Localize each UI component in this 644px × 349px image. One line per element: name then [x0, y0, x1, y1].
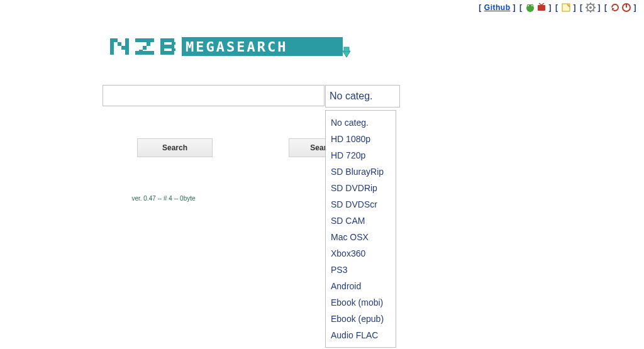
svg-line-18	[593, 4, 594, 5]
gear-icon[interactable]	[586, 3, 596, 13]
category-option[interactable]: Audio FLAC	[326, 327, 396, 343]
svg-line-19	[587, 10, 588, 11]
svg-rect-29	[143, 46, 147, 50]
github-link[interactable]: Github	[484, 3, 511, 12]
category-option[interactable]: SD CAM	[326, 213, 396, 229]
svg-rect-34	[172, 42, 175, 45]
version-text: ver. 0.47 -- # 4 -- 0byte	[131, 195, 195, 202]
svg-rect-32	[160, 38, 164, 55]
svg-rect-26	[125, 38, 129, 55]
power-icon[interactable]	[621, 3, 631, 13]
top-toolbar: [ Github ] [ ] [ ] [ ] [ ]	[477, 3, 638, 13]
category-option[interactable]: Mac OSX	[326, 229, 396, 245]
category-option[interactable]: Ebook (mobi)	[326, 294, 396, 311]
svg-rect-37	[164, 51, 174, 55]
svg-rect-35	[164, 45, 174, 48]
site-logo: MEGASEARCH	[110, 35, 362, 62]
svg-line-6	[539, 3, 541, 5]
svg-rect-5	[538, 5, 545, 11]
category-option[interactable]: Ebook (epub)	[326, 311, 396, 327]
frog-icon[interactable]	[525, 3, 535, 13]
search-button[interactable]: Search	[137, 138, 213, 157]
category-select[interactable]: No categ.	[325, 85, 400, 108]
refresh-icon[interactable]	[610, 3, 620, 13]
svg-line-7	[541, 3, 544, 5]
category-selected-label: No categ.	[330, 91, 372, 102]
svg-rect-28	[147, 42, 150, 46]
category-option[interactable]: SD DVDScr	[326, 196, 396, 213]
svg-rect-22	[110, 38, 114, 55]
note-icon[interactable]	[561, 3, 571, 13]
svg-rect-31	[135, 51, 154, 55]
category-option[interactable]: SD DVDRip	[326, 180, 396, 196]
category-option[interactable]: HD 720p	[326, 147, 396, 163]
svg-rect-23	[114, 38, 118, 42]
category-option[interactable]: Xbox360	[326, 245, 396, 262]
category-option[interactable]: Android	[326, 278, 396, 294]
svg-line-16	[587, 4, 588, 5]
svg-line-17	[593, 10, 594, 11]
svg-rect-24	[118, 42, 121, 46]
category-dropdown: No categ.HD 1080pHD 720pSD BlurayRipSD D…	[325, 110, 396, 348]
svg-rect-36	[172, 48, 175, 51]
svg-text:MEGASEARCH: MEGASEARCH	[186, 39, 287, 55]
svg-rect-33	[164, 38, 174, 42]
category-option[interactable]: No categ.	[326, 114, 396, 131]
category-option[interactable]: SD BlurayRip	[326, 163, 396, 180]
category-option[interactable]: HD 1080p	[326, 131, 396, 147]
category-option[interactable]: PS3	[326, 262, 396, 278]
tv-icon[interactable]	[536, 3, 547, 13]
svg-point-3	[528, 5, 529, 6]
svg-rect-40	[344, 47, 349, 52]
search-input[interactable]	[103, 85, 325, 106]
version-footer: ver. 0.47 -- # 4 -- 0byte	[0, 195, 327, 202]
svg-point-11	[589, 6, 592, 9]
svg-rect-27	[135, 38, 154, 42]
svg-rect-25	[121, 46, 125, 50]
svg-point-4	[531, 5, 533, 6]
